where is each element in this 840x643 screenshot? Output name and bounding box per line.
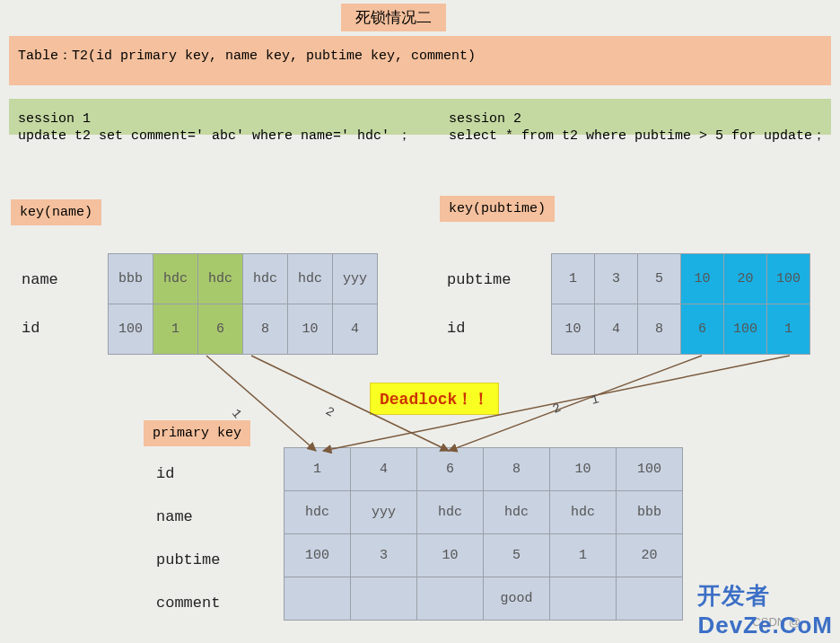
key-pubtime-tag: key(pubtime)	[440, 196, 555, 222]
table-cell: 6	[198, 304, 243, 355]
svg-text:1: 1	[229, 406, 245, 421]
right-rowlabel-pubtime: pubtime	[447, 271, 511, 288]
table-cell: 20	[724, 254, 767, 304]
table-cell: 100	[724, 304, 767, 355]
table-cell: 10	[417, 534, 484, 577]
table-cell	[550, 577, 617, 621]
session1-label: session 1	[18, 111, 411, 127]
svg-text:2: 2	[323, 404, 337, 420]
table-cell: hdc	[284, 491, 351, 534]
table-cell: 10	[681, 254, 724, 304]
left-rowlabel-name: name	[22, 271, 58, 288]
table-cell: 8	[243, 304, 288, 355]
table-cell: 6	[417, 448, 484, 491]
table-cell: 4	[333, 304, 378, 355]
main-rowlabel-name: name	[156, 508, 193, 525]
table-cell	[284, 577, 351, 621]
right-rowlabel-id: id	[447, 320, 465, 337]
table-cell: yyy	[351, 491, 417, 534]
svg-text:2: 2	[551, 401, 564, 417]
table-cell: bbb	[617, 491, 683, 534]
table-cell	[417, 577, 484, 621]
main-rowlabel-id: id	[156, 465, 174, 482]
table-cell: 100	[284, 534, 351, 577]
primary-key-table: 146810100hdcyyyhdchdchdcbbb1003105120goo…	[284, 447, 683, 621]
table-cell: 4	[351, 448, 417, 491]
table-cell: 3	[595, 254, 638, 304]
table-cell: 1	[284, 448, 351, 491]
table-cell: 100	[109, 304, 153, 355]
table-cell: yyy	[333, 254, 378, 304]
table-cell: 8	[638, 304, 681, 355]
left-index-table: bbbhdchdchdchdcyyy100168104	[108, 253, 378, 355]
table-cell: 8	[484, 448, 550, 491]
table-cell: 100	[617, 448, 683, 491]
table-cell: 10	[288, 304, 333, 355]
session-panel: session 1 update t2 set comment=' abc' w…	[9, 99, 831, 135]
table-cell: 100	[767, 254, 810, 304]
table-cell: 10	[552, 304, 595, 355]
main-rowlabel-pubtime: pubtime	[156, 551, 220, 568]
table-cell: good	[484, 577, 550, 621]
table-cell: 5	[638, 254, 681, 304]
table-cell	[617, 577, 683, 621]
table-cell: 10	[550, 448, 617, 491]
table-cell: 1	[767, 304, 810, 355]
table-cell: 1	[153, 304, 198, 355]
page-title: 死锁情况二	[341, 4, 446, 31]
session2-label: session 2	[449, 111, 826, 127]
table-cell: 1	[550, 534, 617, 577]
table-cell: hdc	[550, 491, 617, 534]
table-cell: hdc	[243, 254, 288, 304]
key-name-tag: key(name)	[11, 199, 101, 225]
table-cell: 1	[552, 254, 595, 304]
right-index-table: 1351020100104861001	[551, 253, 810, 355]
session2-sql: select * from t2 where pubtime > 5 for u…	[449, 127, 826, 144]
left-rowlabel-id: id	[22, 320, 39, 337]
svg-text:1: 1	[590, 392, 600, 408]
primary-key-tag: primary key	[144, 420, 250, 446]
table-declaration: Table：T2(id primary key, name key, pubti…	[9, 36, 831, 85]
table-cell: 5	[484, 534, 550, 577]
table-cell: 3	[351, 534, 417, 577]
table-cell: hdc	[484, 491, 550, 534]
main-rowlabel-comment: comment	[156, 595, 220, 612]
table-cell: bbb	[109, 254, 153, 304]
table-cell	[351, 577, 417, 621]
session1-sql: update t2 set comment=' abc' where name=…	[18, 127, 411, 144]
table-cell: hdc	[417, 491, 484, 534]
table-cell: hdc	[198, 254, 243, 304]
table-cell: 20	[617, 534, 683, 577]
table-cell: hdc	[288, 254, 333, 304]
watermark-devze: 开发者 DevZe.CoM	[697, 580, 833, 639]
table-cell: 6	[681, 304, 724, 355]
table-cell: hdc	[153, 254, 198, 304]
table-cell: 4	[595, 304, 638, 355]
deadlock-label: Deadlock！！	[370, 383, 499, 415]
